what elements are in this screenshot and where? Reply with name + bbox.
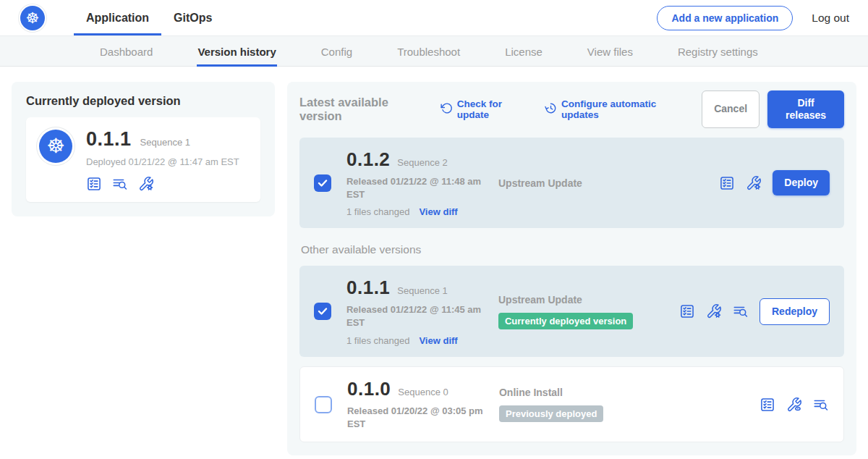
version-source: Online Install [499, 387, 680, 398]
deployed-version-info: 0.1.1 Sequence 1 Deployed 01/21/22 @ 11:… [86, 128, 239, 192]
logout-link[interactable]: Log out [812, 12, 849, 25]
preflight-checks-icon[interactable] [719, 175, 735, 191]
panel-header: Latest available version Check for updat… [299, 90, 844, 128]
version-sequence: Sequence 0 [398, 387, 448, 397]
currently-deployed-title: Currently deployed version [26, 94, 260, 108]
version-number: 0.1.1 [346, 277, 390, 299]
tab-troubleshoot[interactable]: Troubleshoot [396, 36, 461, 67]
version-source: Upstream Update [498, 177, 679, 189]
clock-refresh-icon [545, 102, 557, 117]
preflight-checks-icon[interactable] [679, 303, 695, 319]
version-row-0-1-1: 0.1.1 Sequence 1 Released 01/21/22 @ 11:… [299, 266, 844, 357]
check-for-update-label: Check for update [457, 98, 532, 120]
tab-application[interactable]: Application [74, 0, 161, 35]
version-row-0-1-0: 0.1.0 Sequence 0 Released 01/20/22 @ 03:… [299, 366, 844, 442]
kubernetes-logo-icon: ☸ [20, 6, 45, 30]
released-date: Released 01/21/22 @ 11:45 am EST [346, 303, 482, 329]
deployed-date: Deployed 01/21/22 @ 11:47 am EST [86, 156, 239, 167]
panel-buttons: Cancel Diff releases [702, 90, 844, 128]
check-for-update-link[interactable]: Check for update [441, 98, 532, 120]
currently-deployed-badge: Currently deployed version [498, 313, 633, 329]
edit-config-icon[interactable] [138, 176, 154, 192]
rotate-ccw-icon [441, 102, 453, 117]
tab-license-label: License [505, 46, 542, 58]
version-source-col: Upstream Update Currently deployed versi… [498, 294, 679, 329]
add-new-application-button[interactable]: Add a new application [657, 6, 793, 30]
checkmark-icon [318, 179, 328, 188]
configure-auto-updates-label: Configure automatic updates [561, 98, 689, 120]
preflight-checks-icon[interactable] [760, 397, 775, 413]
diff-releases-button[interactable]: Diff releases [767, 90, 844, 128]
preflight-checks-icon[interactable] [86, 176, 102, 192]
files-changed: 1 files changed [346, 206, 409, 217]
tab-dashboard[interactable]: Dashboard [99, 36, 153, 67]
view-diff-link[interactable]: View diff [419, 206, 457, 217]
edit-config-icon[interactable] [706, 303, 722, 319]
other-versions-label: Other available versions [301, 243, 844, 256]
tab-application-label: Application [86, 12, 149, 25]
version-info: 0.1.0 Sequence 0 Released 01/20/22 @ 03:… [347, 378, 490, 431]
version-actions: Redeploy [679, 298, 830, 325]
released-date: Released 01/21/22 @ 11:48 am EST [346, 175, 482, 201]
deploy-logs-icon[interactable] [813, 397, 829, 413]
tab-registry-settings-label: Registry settings [678, 46, 758, 58]
deployed-version-card: ☸ 0.1.1 Sequence 1 Deployed 01/21/22 @ 1… [26, 117, 260, 202]
top-nav-actions: Add a new application Log out [657, 0, 849, 35]
tab-view-files[interactable]: View files [587, 36, 634, 67]
tab-version-history[interactable]: Version history [197, 36, 276, 67]
edit-config-icon[interactable] [746, 175, 762, 191]
tab-gitops-label: GitOps [174, 12, 212, 25]
app-tabs: Application GitOps [74, 0, 224, 35]
currently-deployed-card: Currently deployed version ☸ 0.1.1 Seque… [12, 82, 275, 216]
deploy-logs-icon[interactable] [112, 176, 128, 192]
deployed-version-number: 0.1.1 [86, 128, 132, 151]
checkmark-icon [318, 307, 328, 316]
cancel-button[interactable]: Cancel [702, 90, 760, 128]
version-checkbox[interactable] [314, 303, 331, 320]
deploy-button[interactable]: Deploy [773, 170, 830, 195]
tab-registry-settings[interactable]: Registry settings [677, 36, 759, 67]
tab-version-history-label: Version history [197, 46, 276, 58]
tab-gitops[interactable]: GitOps [161, 0, 224, 35]
version-sequence: Sequence 2 [397, 157, 447, 168]
app-sub-nav: Dashboard Version history Config Trouble… [0, 36, 868, 67]
previously-deployed-badge: Previously deployed [499, 405, 603, 422]
configure-auto-updates-link[interactable]: Configure automatic updates [545, 98, 689, 120]
tab-license[interactable]: License [504, 36, 543, 67]
version-number: 0.1.2 [346, 148, 390, 171]
version-number: 0.1.0 [347, 378, 391, 400]
released-date: Released 01/20/22 @ 03:05 pm EST [347, 405, 483, 431]
tab-dashboard-label: Dashboard [100, 46, 153, 58]
version-source-col: Online Install Previously deployed [499, 387, 680, 422]
tab-troubleshoot-label: Troubleshoot [397, 46, 460, 58]
deploy-logs-icon[interactable] [733, 303, 749, 319]
version-info: 0.1.1 Sequence 1 Released 01/21/22 @ 11:… [346, 277, 490, 346]
version-info: 0.1.2 Sequence 2 Released 01/21/22 @ 11:… [346, 148, 490, 218]
latest-available-title: Latest available version [299, 96, 428, 123]
view-config-icon[interactable] [786, 397, 802, 413]
version-checkbox[interactable] [314, 174, 331, 192]
redeploy-button[interactable]: Redeploy [760, 298, 830, 325]
version-source: Upstream Update [498, 294, 679, 306]
version-checkbox[interactable] [315, 396, 332, 413]
version-actions: Deploy [719, 170, 830, 195]
version-actions [760, 397, 829, 413]
deployed-version-actions [86, 176, 239, 192]
top-nav: ☸ Application GitOps Add a new applicati… [0, 0, 868, 36]
version-row-0-1-2: 0.1.2 Sequence 2 Released 01/21/22 @ 11:… [299, 138, 844, 229]
kubernetes-app-icon: ☸ [39, 130, 72, 163]
view-diff-link[interactable]: View diff [419, 335, 457, 346]
files-changed: 1 files changed [346, 335, 409, 346]
tab-config[interactable]: Config [320, 36, 353, 67]
deployed-sequence: Sequence 1 [140, 137, 190, 148]
main-content: Currently deployed version ☸ 0.1.1 Seque… [0, 67, 868, 459]
tab-view-files-label: View files [587, 46, 633, 58]
version-source-col: Upstream Update [498, 177, 679, 189]
version-history-panel: Latest available version Check for updat… [287, 82, 856, 455]
version-sequence: Sequence 1 [397, 285, 447, 296]
tab-config-label: Config [321, 46, 352, 58]
